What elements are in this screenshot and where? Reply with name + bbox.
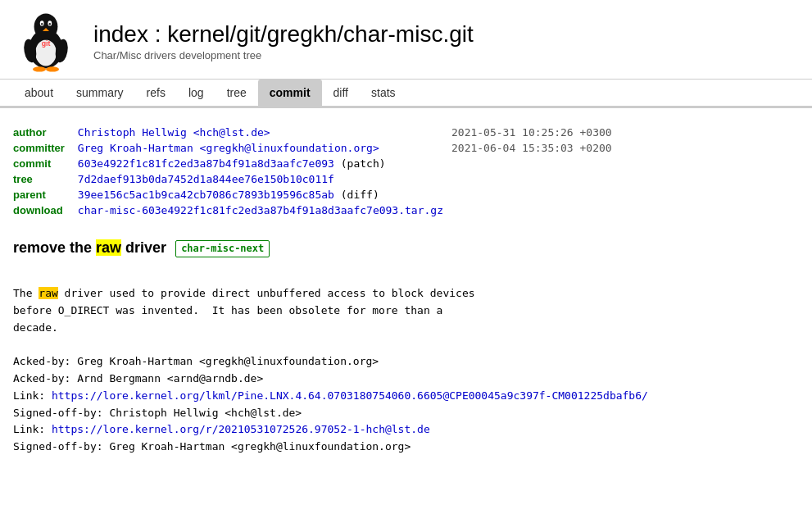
svg-point-2 [34, 13, 58, 39]
commit-body: The raw driver used to provide direct un… [13, 268, 799, 473]
commit-hash-link[interactable]: 603e4922f1c81fc2ed3a87b4f91a8d3aafc7e093 [78, 157, 334, 170]
nav-diff[interactable]: diff [322, 80, 360, 106]
svg-point-9 [46, 66, 59, 71]
parent-diff-text: (diff) [341, 189, 379, 201]
author-date: 2021-05-31 10:25:26 +0300 [451, 125, 620, 140]
download-row: download char-misc-603e4922f1c81fc2ed3a8… [13, 202, 620, 218]
nav-refs[interactable]: refs [135, 80, 177, 106]
author-row: author Christoph Hellwig <hch@lst.de> 20… [13, 125, 620, 140]
parent-hash-cell: 39ee156c5ac1b9ca42cb7086c7893b19596c85ab… [78, 187, 451, 202]
git-logo-icon: git [13, 8, 79, 74]
svg-point-5 [41, 23, 43, 25]
committer-row: committer Greg Kroah-Hartman <gregkh@lin… [13, 140, 620, 156]
branch-badge: char-misc-next [175, 240, 270, 257]
svg-text:git: git [42, 39, 51, 48]
header-text-area: index : kernel/git/gregkh/char-misc.git … [93, 21, 474, 61]
parent-hash-link[interactable]: 39ee156c5ac1b9ca42cb7086c7893b19596c85ab [78, 189, 334, 201]
title-pre: remove the [13, 239, 96, 256]
parent-label: parent [13, 187, 78, 202]
body-acked1: Acked-by: Greg Kroah-Hartman <gregkh@lin… [13, 355, 379, 367]
body-line1-pre: The [13, 287, 39, 299]
logo-area: git [13, 8, 79, 74]
body-link1-url[interactable]: https://lore.kernel.org/lkml/Pine.LNX.4.… [52, 389, 648, 402]
body-line1-rest: driver used to provide direct unbuffered… [58, 287, 475, 299]
body-link1-pre: Link: [13, 389, 52, 402]
tree-hash-link[interactable]: 7d2daef913b0da7452d1a844ee76e150b10c011f [78, 173, 334, 185]
parent-row: parent 39ee156c5ac1b9ca42cb7086c7893b195… [13, 187, 620, 202]
page-header: git index : kernel/git/gregkh/char-misc.… [0, 0, 812, 80]
svg-point-8 [33, 66, 46, 71]
body-signed2: Signed-off-by: Greg Kroah-Hartman <gregk… [13, 440, 411, 453]
nav-about[interactable]: about [13, 80, 65, 106]
body-line3: decade. [13, 321, 58, 334]
author-link[interactable]: Christoph Hellwig <hch@lst.de> [78, 126, 270, 139]
nav-bar: about summary refs log tree commit diff … [0, 80, 812, 107]
commit-info-table: author Christoph Hellwig <hch@lst.de> 20… [13, 125, 620, 218]
download-label: download [13, 202, 78, 218]
main-content: author Christoph Hellwig <hch@lst.de> 20… [0, 108, 812, 489]
body-acked2: Acked-by: Arnd Bergmann <arnd@arndb.de> [13, 372, 263, 384]
committer-date: 2021-06-04 15:35:03 +0200 [451, 140, 620, 156]
svg-point-6 [49, 23, 51, 25]
commit-patch-text: (patch) [341, 157, 386, 170]
commit-heading: remove the raw driver char-misc-next [13, 238, 799, 258]
nav-commit[interactable]: commit [258, 80, 322, 106]
title-raw-highlight: raw [96, 239, 121, 256]
body-signed1: Signed-off-by: Christoph Hellwig <hch@ls… [13, 407, 302, 419]
nav-tree[interactable]: tree [215, 80, 258, 106]
page-subtitle: Char/Misc drivers development tree [93, 49, 474, 61]
nav-log[interactable]: log [177, 80, 215, 106]
download-file-cell: char-misc-603e4922f1c81fc2ed3a87b4f91a8d… [78, 202, 451, 218]
tree-label: tree [13, 171, 78, 187]
body-link2-url[interactable]: https://lore.kernel.org/r/20210531072526… [52, 423, 430, 435]
title-post: driver [121, 239, 166, 256]
commit-label: commit [13, 156, 78, 171]
body-link2-pre: Link: [13, 423, 52, 435]
page-title: index : kernel/git/gregkh/char-misc.git [93, 21, 474, 48]
committer-value: Greg Kroah-Hartman <gregkh@linuxfoundati… [78, 140, 451, 156]
nav-summary[interactable]: summary [65, 80, 135, 106]
commit-hash-cell: 603e4922f1c81fc2ed3a87b4f91a8d3aafc7e093… [78, 156, 451, 171]
committer-link[interactable]: Greg Kroah-Hartman <gregkh@linuxfoundati… [78, 142, 379, 154]
committer-label: committer [13, 140, 78, 156]
commit-hash-row: commit 603e4922f1c81fc2ed3a87b4f91a8d3aa… [13, 156, 620, 171]
body-line2: before O_DIRECT was invented. It has bee… [13, 304, 442, 316]
author-label: author [13, 125, 78, 140]
author-value: Christoph Hellwig <hch@lst.de> [78, 125, 451, 140]
tree-hash-cell: 7d2daef913b0da7452d1a844ee76e150b10c011f [78, 171, 451, 187]
download-link[interactable]: char-misc-603e4922f1c81fc2ed3a87b4f91a8d… [78, 204, 443, 216]
body-raw-inline: raw [39, 287, 57, 299]
nav-stats[interactable]: stats [360, 80, 407, 106]
tree-row: tree 7d2daef913b0da7452d1a844ee76e150b10… [13, 171, 620, 187]
